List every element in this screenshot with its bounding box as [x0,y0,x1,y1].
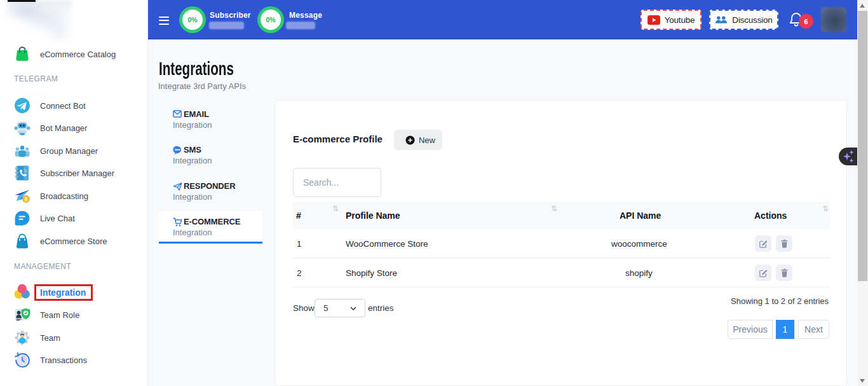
svg-text:SMS: SMS [175,148,180,151]
